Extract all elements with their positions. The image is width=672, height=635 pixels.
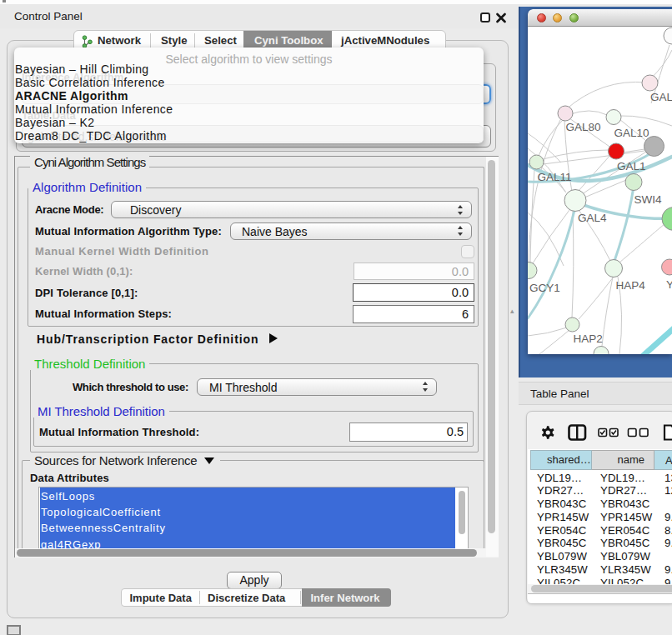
svg-text:Y: Y — [666, 278, 672, 291]
svg-text:GAL11: GAL11 — [538, 171, 572, 183]
svg-text:GCY1: GCY1 — [529, 282, 560, 294]
svg-text:GAL80: GAL80 — [566, 121, 601, 133]
svg-text:HAP2: HAP2 — [574, 332, 603, 345]
svg-text:GAL7: GAL7 — [650, 91, 672, 103]
svg-text:GAL1: GAL1 — [617, 160, 646, 172]
svg-text:SWI4: SWI4 — [634, 193, 662, 206]
svg-text:GAL10: GAL10 — [614, 127, 649, 139]
svg-text:GAL4: GAL4 — [578, 212, 607, 224]
svg-text:HAP4: HAP4 — [616, 279, 646, 292]
